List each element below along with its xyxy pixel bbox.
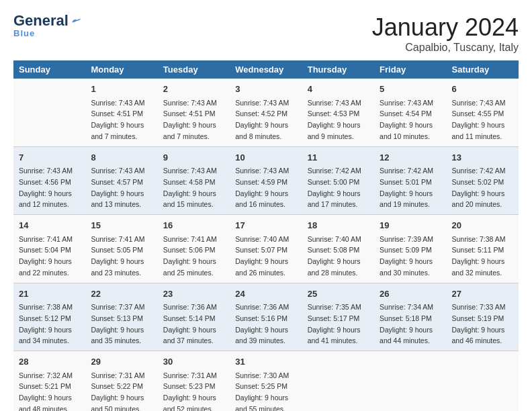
day-cell: 30Sunrise: 7:31 AMSunset: 5:23 PMDayligh… bbox=[158, 351, 230, 412]
day-number: 4 bbox=[308, 83, 369, 96]
day-info: Sunrise: 7:42 AMSunset: 5:02 PMDaylight:… bbox=[452, 167, 506, 208]
day-number: 27 bbox=[452, 287, 513, 301]
week-row-5: 28Sunrise: 7:32 AMSunset: 5:21 PMDayligh… bbox=[13, 351, 519, 412]
day-info: Sunrise: 7:40 AMSunset: 5:07 PMDaylight:… bbox=[235, 235, 289, 277]
column-header-saturday: Saturday bbox=[447, 60, 519, 79]
day-info: Sunrise: 7:43 AMSunset: 4:59 PMDaylight:… bbox=[235, 167, 289, 208]
day-cell bbox=[447, 351, 519, 412]
day-cell: 15Sunrise: 7:41 AMSunset: 5:05 PMDayligh… bbox=[85, 215, 157, 283]
day-number: 21 bbox=[19, 287, 80, 301]
day-number: 20 bbox=[452, 219, 513, 232]
day-cell: 22Sunrise: 7:37 AMSunset: 5:13 PMDayligh… bbox=[85, 283, 157, 351]
day-info: Sunrise: 7:43 AMSunset: 4:51 PMDaylight:… bbox=[91, 99, 144, 140]
day-info: Sunrise: 7:43 AMSunset: 4:53 PMDaylight:… bbox=[308, 99, 361, 140]
day-cell: 19Sunrise: 7:39 AMSunset: 5:09 PMDayligh… bbox=[374, 215, 446, 283]
day-info: Sunrise: 7:43 AMSunset: 4:55 PMDaylight:… bbox=[452, 99, 506, 140]
day-number: 8 bbox=[91, 151, 152, 165]
day-info: Sunrise: 7:43 AMSunset: 4:54 PMDaylight:… bbox=[380, 99, 433, 140]
day-cell: 25Sunrise: 7:35 AMSunset: 5:17 PMDayligh… bbox=[302, 283, 374, 351]
day-cell: 3Sunrise: 7:43 AMSunset: 4:52 PMDaylight… bbox=[230, 79, 302, 146]
column-header-monday: Monday bbox=[85, 60, 157, 79]
day-info: Sunrise: 7:31 AMSunset: 5:23 PMDaylight:… bbox=[163, 371, 217, 412]
day-info: Sunrise: 7:36 AMSunset: 5:16 PMDaylight:… bbox=[235, 303, 289, 345]
day-info: Sunrise: 7:32 AMSunset: 5:21 PMDaylight:… bbox=[19, 371, 73, 412]
day-cell: 31Sunrise: 7:30 AMSunset: 5:25 PMDayligh… bbox=[230, 351, 302, 412]
week-row-1: 1Sunrise: 7:43 AMSunset: 4:51 PMDaylight… bbox=[13, 79, 519, 146]
day-cell: 10Sunrise: 7:43 AMSunset: 4:59 PMDayligh… bbox=[230, 146, 302, 215]
title-block: January 2024 Capalbio, Tuscany, Italy bbox=[372, 13, 519, 54]
day-number: 31 bbox=[235, 355, 296, 369]
day-info: Sunrise: 7:39 AMSunset: 5:09 PMDaylight:… bbox=[380, 235, 433, 277]
logo: General Blue bbox=[13, 13, 82, 38]
column-header-sunday: Sunday bbox=[13, 60, 85, 79]
day-cell: 27Sunrise: 7:33 AMSunset: 5:19 PMDayligh… bbox=[447, 283, 519, 351]
day-info: Sunrise: 7:42 AMSunset: 5:00 PMDaylight:… bbox=[308, 167, 361, 208]
location: Capalbio, Tuscany, Italy bbox=[372, 42, 519, 54]
header-row: SundayMondayTuesdayWednesdayThursdayFrid… bbox=[13, 60, 519, 79]
day-number: 1 bbox=[91, 83, 152, 96]
week-row-4: 21Sunrise: 7:38 AMSunset: 5:12 PMDayligh… bbox=[13, 283, 519, 351]
day-cell bbox=[374, 351, 446, 412]
logo-general: General bbox=[13, 13, 69, 28]
day-info: Sunrise: 7:43 AMSunset: 4:52 PMDaylight:… bbox=[235, 99, 289, 140]
day-info: Sunrise: 7:42 AMSunset: 5:01 PMDaylight:… bbox=[380, 167, 433, 208]
day-number: 25 bbox=[308, 287, 369, 301]
day-cell: 7Sunrise: 7:43 AMSunset: 4:56 PMDaylight… bbox=[13, 146, 85, 215]
day-number: 30 bbox=[163, 355, 224, 369]
day-info: Sunrise: 7:34 AMSunset: 5:18 PMDaylight:… bbox=[380, 303, 433, 345]
day-info: Sunrise: 7:38 AMSunset: 5:11 PMDaylight:… bbox=[452, 235, 506, 277]
day-number: 23 bbox=[163, 287, 224, 301]
day-cell: 11Sunrise: 7:42 AMSunset: 5:00 PMDayligh… bbox=[302, 146, 374, 215]
calendar-table: SundayMondayTuesdayWednesdayThursdayFrid… bbox=[13, 60, 519, 411]
day-cell: 20Sunrise: 7:38 AMSunset: 5:11 PMDayligh… bbox=[447, 215, 519, 283]
day-number: 15 bbox=[91, 219, 152, 232]
day-cell: 4Sunrise: 7:43 AMSunset: 4:53 PMDaylight… bbox=[302, 79, 374, 146]
day-cell bbox=[13, 79, 85, 146]
week-row-3: 14Sunrise: 7:41 AMSunset: 5:04 PMDayligh… bbox=[13, 215, 519, 283]
day-number: 19 bbox=[380, 219, 441, 232]
day-cell: 13Sunrise: 7:42 AMSunset: 5:02 PMDayligh… bbox=[447, 146, 519, 215]
day-cell: 28Sunrise: 7:32 AMSunset: 5:21 PMDayligh… bbox=[13, 351, 85, 412]
day-info: Sunrise: 7:36 AMSunset: 5:14 PMDaylight:… bbox=[163, 303, 217, 345]
day-number: 24 bbox=[235, 287, 296, 301]
day-number: 7 bbox=[19, 151, 80, 165]
logo-blue: Blue bbox=[13, 28, 35, 38]
week-row-2: 7Sunrise: 7:43 AMSunset: 4:56 PMDaylight… bbox=[13, 146, 519, 215]
day-cell: 5Sunrise: 7:43 AMSunset: 4:54 PMDaylight… bbox=[374, 79, 446, 146]
day-number: 22 bbox=[91, 287, 152, 301]
day-number: 18 bbox=[308, 219, 369, 232]
month-title: January 2024 bbox=[372, 13, 519, 42]
day-info: Sunrise: 7:43 AMSunset: 4:51 PMDaylight:… bbox=[163, 99, 217, 140]
day-info: Sunrise: 7:41 AMSunset: 5:05 PMDaylight:… bbox=[91, 235, 144, 277]
day-number: 9 bbox=[163, 151, 224, 165]
day-info: Sunrise: 7:37 AMSunset: 5:13 PMDaylight:… bbox=[91, 303, 144, 345]
day-number: 28 bbox=[19, 355, 80, 369]
day-number: 13 bbox=[452, 151, 513, 165]
day-cell: 18Sunrise: 7:40 AMSunset: 5:08 PMDayligh… bbox=[302, 215, 374, 283]
day-number: 2 bbox=[163, 83, 224, 96]
day-number: 17 bbox=[235, 219, 296, 232]
day-cell: 24Sunrise: 7:36 AMSunset: 5:16 PMDayligh… bbox=[230, 283, 302, 351]
column-header-tuesday: Tuesday bbox=[158, 60, 230, 79]
day-info: Sunrise: 7:38 AMSunset: 5:12 PMDaylight:… bbox=[19, 303, 73, 345]
day-info: Sunrise: 7:35 AMSunset: 5:17 PMDaylight:… bbox=[308, 303, 361, 345]
day-info: Sunrise: 7:30 AMSunset: 5:25 PMDaylight:… bbox=[235, 371, 289, 412]
day-cell: 8Sunrise: 7:43 AMSunset: 4:57 PMDaylight… bbox=[85, 146, 157, 215]
day-number: 29 bbox=[91, 355, 152, 369]
column-header-wednesday: Wednesday bbox=[230, 60, 302, 79]
day-info: Sunrise: 7:43 AMSunset: 4:57 PMDaylight:… bbox=[91, 167, 144, 208]
day-info: Sunrise: 7:31 AMSunset: 5:22 PMDaylight:… bbox=[91, 371, 144, 412]
logo-bird-icon bbox=[70, 16, 82, 26]
day-number: 14 bbox=[19, 219, 80, 232]
day-cell: 21Sunrise: 7:38 AMSunset: 5:12 PMDayligh… bbox=[13, 283, 85, 351]
calendar-body: 1Sunrise: 7:43 AMSunset: 4:51 PMDaylight… bbox=[13, 79, 519, 411]
day-number: 26 bbox=[380, 287, 441, 301]
day-cell: 1Sunrise: 7:43 AMSunset: 4:51 PMDaylight… bbox=[85, 79, 157, 146]
day-cell: 6Sunrise: 7:43 AMSunset: 4:55 PMDaylight… bbox=[447, 79, 519, 146]
day-info: Sunrise: 7:43 AMSunset: 4:58 PMDaylight:… bbox=[163, 167, 217, 208]
page-header: General Blue January 2024 Capalbio, Tusc… bbox=[13, 13, 519, 54]
day-number: 3 bbox=[235, 83, 296, 96]
day-number: 5 bbox=[380, 83, 441, 96]
day-cell: 12Sunrise: 7:42 AMSunset: 5:01 PMDayligh… bbox=[374, 146, 446, 215]
day-number: 10 bbox=[235, 151, 296, 165]
